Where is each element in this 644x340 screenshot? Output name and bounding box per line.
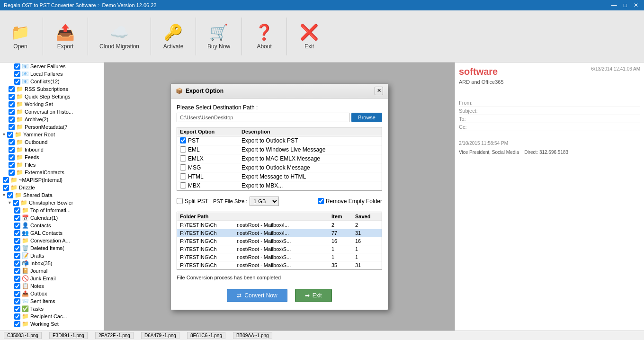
remove-empty-folder-checkbox[interactable] bbox=[318, 198, 324, 204]
export-option-checkbox[interactable] bbox=[180, 182, 186, 188]
tree-item[interactable]: 📝Drafts bbox=[0, 252, 104, 259]
tree-item[interactable]: 📋Notes bbox=[0, 282, 104, 290]
status-thumbnail[interactable]: 2EA72F~1.png bbox=[95, 332, 134, 339]
toolbar-about[interactable]: ❓ About bbox=[248, 20, 281, 53]
convert-now-button[interactable]: ⇄ Convert Now bbox=[227, 289, 287, 302]
tree-checkbox[interactable] bbox=[9, 109, 15, 115]
tree-item[interactable]: 📁Drizzle bbox=[0, 184, 104, 191]
tree-checkbox[interactable] bbox=[14, 215, 20, 221]
tree-checkbox[interactable] bbox=[9, 94, 15, 100]
toolbar-export[interactable]: 📤 Export bbox=[49, 20, 82, 53]
tree-checkbox[interactable] bbox=[3, 185, 9, 191]
browse-button[interactable]: Browse bbox=[351, 113, 382, 122]
export-option-row[interactable]: MBXExport to MBX... bbox=[177, 181, 382, 190]
tree-checkbox[interactable] bbox=[14, 276, 20, 282]
tree-checkbox[interactable] bbox=[14, 223, 20, 229]
tree-checkbox[interactable] bbox=[14, 291, 20, 297]
split-pst-checkbox[interactable] bbox=[177, 198, 183, 204]
tree-checkbox[interactable] bbox=[14, 63, 20, 70]
export-option-row[interactable]: MSGExport to Outlook Message bbox=[177, 163, 382, 172]
pst-size-select[interactable]: 1-GB 2-GB 5-GB 10-GB bbox=[250, 197, 279, 206]
export-option-checkbox[interactable] bbox=[180, 137, 186, 143]
tree-item[interactable]: 📧Local Failures bbox=[0, 70, 104, 78]
tree-checkbox[interactable] bbox=[14, 321, 20, 327]
status-thumbnail-item[interactable]: E3D891~1.png bbox=[49, 332, 88, 339]
tree-checkbox[interactable] bbox=[7, 132, 13, 138]
minimize-button[interactable]: — bbox=[609, 2, 619, 9]
status-thumbnail-item[interactable]: 2EA72F~1.png bbox=[95, 332, 134, 339]
export-option-checkbox[interactable] bbox=[180, 155, 186, 161]
tree-checkbox[interactable] bbox=[9, 162, 15, 168]
tree-checkbox[interactable] bbox=[14, 79, 20, 85]
tree-checkbox[interactable] bbox=[9, 154, 15, 161]
tree-checkbox[interactable] bbox=[7, 192, 13, 198]
tree-item[interactable]: 📤Outbox bbox=[0, 290, 104, 297]
status-thumbnail[interactable]: BB09AA~1.png bbox=[233, 332, 272, 339]
folder-row[interactable]: F:\TESTING\Chr.ost\Root - Mailbox\S...11 bbox=[177, 245, 382, 253]
expand-icon[interactable]: ▼ bbox=[8, 200, 12, 205]
tree-item[interactable]: 📁Working Set bbox=[0, 320, 104, 328]
status-thumbnail[interactable]: 8E61C6~1.png bbox=[187, 332, 225, 339]
export-option-checkbox[interactable] bbox=[180, 164, 186, 170]
close-button[interactable]: ✕ bbox=[632, 2, 640, 9]
tree-item[interactable]: 📬Inbox(35) bbox=[0, 259, 104, 267]
tree-checkbox[interactable] bbox=[14, 207, 20, 214]
tree-item[interactable]: 📁Archive(2) bbox=[0, 116, 104, 123]
tree-item[interactable]: ▼📁Yammer Root bbox=[0, 131, 104, 138]
tree-item[interactable]: 📁RSS Subscriptions bbox=[0, 85, 104, 93]
tree-checkbox[interactable] bbox=[14, 298, 20, 304]
tree-item[interactable]: 📨Sent Items bbox=[0, 297, 104, 305]
status-thumbnail-item[interactable]: BB09AA~1.png bbox=[233, 332, 272, 339]
status-thumbnail[interactable]: E3D891~1.png bbox=[49, 332, 88, 339]
export-option-row[interactable]: PSTExport to Outlook PST bbox=[177, 136, 382, 145]
toolbar-open[interactable]: 📁 Open bbox=[4, 20, 37, 53]
tree-checkbox[interactable] bbox=[14, 283, 20, 289]
folder-row[interactable]: F:\TESTING\Chr.ost\Root - Mailbox\I...77… bbox=[177, 229, 382, 237]
tree-checkbox[interactable] bbox=[14, 313, 20, 320]
folder-row[interactable]: F:\TESTING\Chr.ost\Root - Mailbox\I...22 bbox=[177, 221, 382, 229]
tree-checkbox[interactable] bbox=[9, 116, 15, 123]
modal-close-button[interactable]: ✕ bbox=[375, 87, 383, 95]
folder-row[interactable]: F:\TESTING\Chr.ost\Root - Mailbox\S...11 bbox=[177, 253, 382, 261]
toolbar-cloud-migration[interactable]: ☁️ Cloud Migration bbox=[94, 20, 145, 53]
tree-item[interactable]: 📁Working Set bbox=[0, 100, 104, 108]
tree-checkbox[interactable] bbox=[9, 101, 15, 107]
modal-exit-button[interactable]: ➡ Exit bbox=[295, 289, 332, 302]
tree-checkbox[interactable] bbox=[14, 238, 20, 244]
tree-checkbox[interactable] bbox=[9, 124, 15, 130]
export-option-checkbox[interactable] bbox=[180, 173, 186, 179]
tree-checkbox[interactable] bbox=[14, 260, 20, 267]
status-thumbnail[interactable]: D6A479~1.png bbox=[141, 332, 179, 339]
tree-item[interactable]: 📁~MAPISP(Internal) bbox=[0, 176, 104, 184]
export-option-checkbox[interactable] bbox=[180, 146, 186, 152]
tree-checkbox[interactable] bbox=[9, 170, 15, 176]
tree-item[interactable]: 🗑️Deleted Items( bbox=[0, 244, 104, 252]
tree-item[interactable]: 👥GAL Contacts bbox=[0, 229, 104, 237]
tree-item[interactable]: 📁Inbound bbox=[0, 146, 104, 153]
tree-item[interactable]: 📔Journal bbox=[0, 267, 104, 275]
tree-checkbox[interactable] bbox=[14, 230, 20, 236]
expand-icon[interactable]: ▼ bbox=[2, 132, 6, 137]
status-thumbnail[interactable]: C35003~1.png bbox=[4, 332, 42, 339]
status-thumbnail-item[interactable]: 8E61C6~1.png bbox=[187, 332, 225, 339]
tree-checkbox[interactable] bbox=[9, 139, 15, 145]
tree-item[interactable]: 📁Files bbox=[0, 161, 104, 169]
toolbar-activate[interactable]: 🔑 Activate bbox=[157, 20, 190, 53]
tree-item[interactable]: 📁Top of Informati... bbox=[0, 206, 104, 214]
export-option-row[interactable]: EMLXExport to MAC EMLX Message bbox=[177, 154, 382, 163]
expand-icon[interactable]: ▼ bbox=[2, 193, 6, 197]
status-thumbnail-item[interactable]: D6A479~1.png bbox=[141, 332, 179, 339]
tree-checkbox[interactable] bbox=[14, 306, 20, 312]
tree-item[interactable]: 📧Conflicts(12) bbox=[0, 78, 104, 85]
tree-item[interactable]: ▼📁Shared Data bbox=[0, 191, 104, 199]
export-option-row[interactable]: HTMLExport Message to HTML bbox=[177, 172, 382, 181]
tree-item[interactable]: 📁Outbound bbox=[0, 138, 104, 146]
status-thumbnail-item[interactable]: C35003~1.png bbox=[4, 332, 42, 339]
tree-item[interactable]: 📁ExternalContacts bbox=[0, 169, 104, 176]
tree-item[interactable]: 📁Conversation Histo... bbox=[0, 108, 104, 116]
toolbar-buy-now[interactable]: 🛒 Buy Now bbox=[202, 20, 236, 53]
tree-checkbox[interactable] bbox=[14, 253, 20, 259]
tree-checkbox[interactable] bbox=[9, 86, 15, 92]
tree-checkbox[interactable] bbox=[14, 245, 20, 251]
toolbar-exit[interactable]: ❌ Exit bbox=[293, 20, 326, 53]
